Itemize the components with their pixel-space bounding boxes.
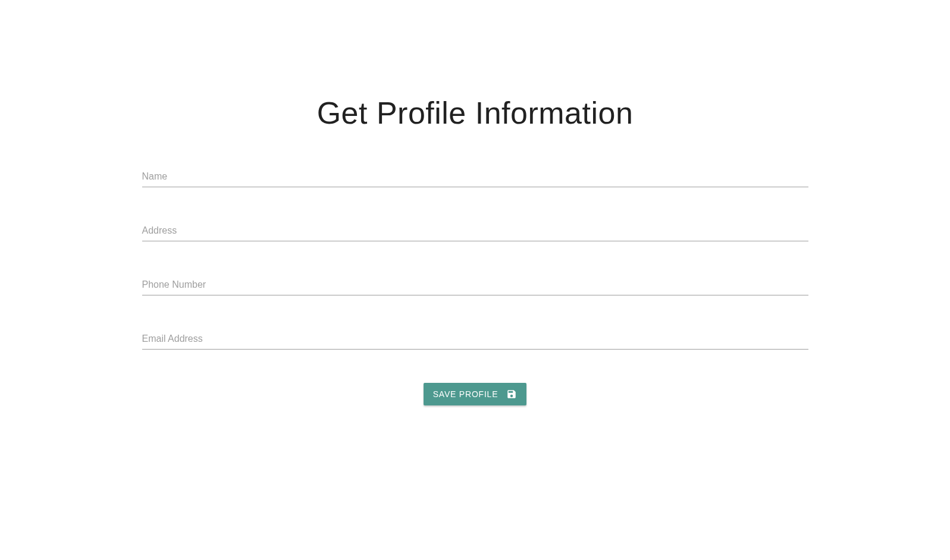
page-title: Get Profile Information: [142, 95, 808, 131]
name-field-wrapper: Name: [142, 166, 808, 187]
profile-form-container: Get Profile Information Name Address Pho…: [142, 0, 808, 405]
name-input[interactable]: [142, 166, 808, 187]
address-input[interactable]: [142, 221, 808, 241]
phone-field-wrapper: Phone Number: [142, 275, 808, 295]
button-row: SAVE PROFILE: [142, 383, 808, 405]
email-input[interactable]: [142, 329, 808, 350]
address-field-wrapper: Address: [142, 221, 808, 241]
phone-input[interactable]: [142, 275, 808, 295]
save-profile-button[interactable]: SAVE PROFILE: [424, 383, 527, 405]
email-field-wrapper: Email Address: [142, 329, 808, 350]
save-button-label: SAVE PROFILE: [433, 389, 498, 399]
save-icon: [506, 389, 517, 399]
